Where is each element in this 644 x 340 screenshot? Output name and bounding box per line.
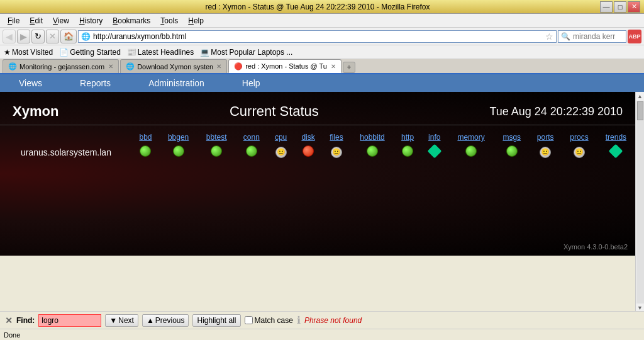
home-button[interactable]: 🏠 [60,30,77,43]
tab-label: red : Xymon - Status @ Tue Aug 2... [245,62,327,70]
abp-button[interactable]: ABP [628,30,641,43]
forward-button[interactable]: ▶ [17,30,30,43]
col-bbd[interactable]: bbd [132,132,159,143]
col-trends[interactable]: trends [597,132,635,143]
xymon-status-label: Current Status [230,103,319,120]
status-info[interactable] [421,143,448,161]
status-bbgen[interactable] [159,143,197,161]
nav-item-views[interactable]: Views [0,74,61,92]
tab-close-button[interactable]: ✕ [216,63,221,70]
col-http[interactable]: http [394,132,421,143]
arrow-down-icon: ▼ [109,316,117,325]
search-input[interactable] [573,32,623,41]
col-memory[interactable]: memory [448,132,495,143]
col-files[interactable]: files [323,132,351,143]
window-title: red : Xymon - Status @ Tue Aug 24 20:22:… [35,3,600,11]
bookmark-getting-started[interactable]: 📄 Getting Started [58,48,122,57]
bookmark-label: Getting Started [70,48,121,57]
status-conn[interactable] [235,143,267,161]
find-close-button[interactable]: ✕ [5,315,13,326]
menu-file[interactable]: File [3,15,25,26]
menu-help[interactable]: Help [183,15,209,26]
col-bbtest[interactable]: bbtest [197,132,235,143]
xymon-datetime: Tue Aug 24 20:22:39 2010 [489,105,623,118]
scroll-down[interactable]: ▼ [637,305,643,311]
col-ports[interactable]: ports [529,132,562,143]
find-input[interactable] [38,314,101,327]
status-msgs[interactable] [494,143,529,161]
status-procs[interactable]: 😐 [562,143,597,161]
tab-xymon-status[interactable]: 🔴 red : Xymon - Status @ Tue Aug 2... ✕ [228,59,341,73]
title-bar: red : Xymon - Status @ Tue Aug 24 20:22:… [0,0,644,14]
minimize-button[interactable]: — [600,1,613,13]
xymon-title: Xymon [13,103,58,120]
menu-edit[interactable]: Edit [25,15,48,26]
window-controls: — □ ✕ [600,1,640,13]
col-disk[interactable]: disk [294,132,323,143]
col-cpu[interactable]: cpu [267,132,294,143]
status-disk[interactable] [294,143,323,161]
nav-item-reports[interactable]: Reports [61,74,130,92]
url-icon: 🌐 [81,32,91,41]
status-cpu[interactable]: 😐 [267,143,294,161]
bookmark-popular-laptops[interactable]: 💻 Most Popular Laptops ... [199,48,294,57]
tab-favicon: 🔴 [234,62,243,71]
status-http[interactable] [394,143,421,161]
bookmark-icon: 💻 [200,48,209,57]
bookmark-most-visited[interactable]: ★ Most Visited [3,48,54,57]
url-text: http://uranus/xymon/bb.html [93,32,543,41]
bookmark-latest-headlines[interactable]: 📰 Latest Headlines [126,48,195,57]
nav-item-administration[interactable]: Administration [130,74,223,92]
close-button[interactable]: ✕ [628,1,640,13]
tab-monitoring[interactable]: 🌐 Monitoring - gejanssen.com ✕ [3,59,119,73]
stop-button[interactable]: ✕ [46,30,59,43]
status-files[interactable]: 😐 [323,143,351,161]
bookmark-star[interactable]: ☆ [545,31,553,42]
col-bbgen[interactable]: bbgen [159,132,197,143]
scrollbar[interactable]: ▲ ▼ [635,92,644,311]
search-box[interactable]: 🔍 [558,30,626,43]
tab-close-button[interactable]: ✕ [108,63,113,70]
status-bbtest[interactable] [197,143,235,161]
tab-download-xymon[interactable]: 🌐 Download Xymon systems and net... ✕ [120,59,227,73]
reload-button[interactable]: ↻ [31,30,45,43]
status-memory[interactable] [448,143,495,161]
status-text: Done [4,331,20,339]
tab-close-button[interactable]: ✕ [331,63,336,70]
scroll-up[interactable]: ▲ [637,93,643,99]
col-conn[interactable]: conn [235,132,267,143]
status-trends[interactable] [597,143,635,161]
search-icon: 🔍 [561,32,570,41]
status-hobbitd[interactable] [350,143,394,161]
back-button[interactable]: ◀ [3,30,16,43]
tab-favicon: 🌐 [126,62,135,71]
col-hobbitd[interactable]: hobbitd [350,132,394,143]
menu-view[interactable]: View [48,15,74,26]
menu-bookmarks[interactable]: Bookmarks [108,15,155,26]
menu-tools[interactable]: Tools [155,15,183,26]
find-next-button[interactable]: ▼ Next [105,314,138,327]
main-scroll: Xymon Current Status Tue Aug 24 20:22:39… [0,92,635,311]
tab-label: Monitoring - gejanssen.com [19,63,104,71]
status-ports[interactable]: 😐 [529,143,562,161]
new-tab-button[interactable]: + [343,62,355,73]
host-name: uranus.solarsystem.lan [0,143,132,161]
highlight-all-button[interactable]: Highlight all [192,314,240,327]
find-info-icon[interactable]: ℹ [297,314,301,326]
col-host [0,132,132,143]
bookmark-label: Most Popular Laptops ... [211,48,292,57]
match-case-checkbox[interactable]: Match case [245,316,293,325]
col-msgs[interactable]: msgs [494,132,529,143]
scroll-thumb[interactable] [637,101,643,120]
bookmark-label: Most Visited [12,48,53,57]
phrase-not-found: Phrase not found [304,316,362,325]
menu-history[interactable]: History [74,15,108,26]
col-info[interactable]: info [421,132,448,143]
nav-item-help[interactable]: Help [223,74,279,92]
status-bbd[interactable] [132,143,159,161]
col-procs[interactable]: procs [562,132,597,143]
find-previous-button[interactable]: ▲ Previous [142,314,189,327]
maximize-button[interactable]: □ [614,1,626,13]
url-bar[interactable]: 🌐 http://uranus/xymon/bb.html ☆ [78,30,557,43]
match-case-input[interactable] [245,316,253,324]
